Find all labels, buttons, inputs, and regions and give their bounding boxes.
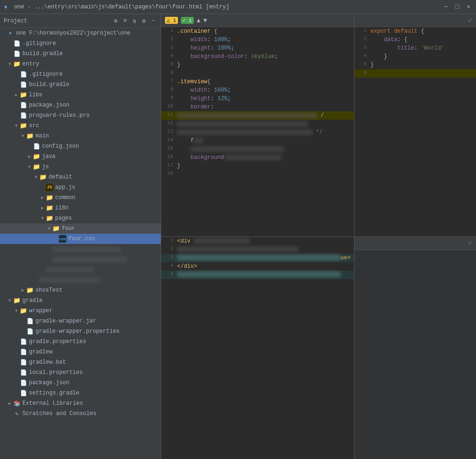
tree-item-buildgradle2[interactable]: 📄build.gradle: [0, 79, 161, 90]
tree-item-gradlewrapper_props[interactable]: 📄gradle-wrapper.properties: [0, 326, 161, 337]
ok-badge: ✓ 1: [181, 17, 194, 24]
tree-item-fourcss[interactable]: CSSfour.css: [0, 234, 161, 244]
tree-item-common[interactable]: ▶📁common: [0, 193, 161, 203]
file-icon-buildgradle1: 📄: [13, 50, 21, 57]
tree-item-gradlewrapper_jar[interactable]: 📄gradle-wrapper.jar: [0, 316, 161, 326]
code-line: 2 width: 100%;: [161, 36, 354, 44]
tree-item-four[interactable]: ▼📁four: [0, 223, 161, 234]
tree-label-gradle: gradle: [22, 297, 43, 304]
html-right-pane[interactable]: ✓: [355, 237, 476, 459]
main-layout: Project ⊕ ≡ ⇅ ⚙ − ♦one F:\hormonyos2022\…: [0, 14, 476, 459]
tree-item-js[interactable]: ▼📁js: [0, 162, 161, 172]
file-icon-gradlewrapper_props: 📄: [26, 328, 34, 335]
sidebar-title: Project: [4, 18, 109, 24]
tree-item-libs[interactable]: ▶📁libs: [0, 90, 161, 100]
tree-item-pages[interactable]: ▼📁pages: [0, 213, 161, 223]
tree-item-package_json2[interactable]: 📄package.json: [0, 378, 161, 388]
code-line: 3 title: 'World': [355, 44, 476, 52]
tree-item-local_props[interactable]: 📄local.properties: [0, 367, 161, 378]
settings-icon[interactable]: ⚙: [140, 17, 148, 25]
tree-item-proguard[interactable]: 📄proguard-rules.pro: [0, 110, 161, 121]
new-file-icon[interactable]: ⊕: [112, 17, 120, 25]
js-editor-header: ✓: [355, 14, 476, 27]
tree-label-src: src: [29, 122, 39, 129]
tree-item-external_libs[interactable]: ▶📚External Libraries: [0, 398, 161, 409]
code-line: 5 }: [161, 61, 354, 69]
title-bar: ♦ one - ...\entry\src\main\js\default\pa…: [0, 0, 476, 14]
tree-item-configjson[interactable]: 📄config.json: [0, 141, 161, 151]
tree-item-entry[interactable]: ▼📁entry: [0, 59, 161, 69]
tree-label-gradlew: gradlew: [29, 349, 52, 355]
file-icon-default: 📁: [39, 173, 47, 181]
collapse-all-icon[interactable]: ⇅: [131, 17, 138, 25]
tree-label-root: one F:\hormonyos2022\jsproject\one: [16, 30, 130, 36]
file-icon-src: 📁: [20, 122, 27, 129]
tree-label-i18n: i18n: [55, 205, 69, 211]
tree-item-ohosTest[interactable]: ▶📁ohosTest: [0, 285, 161, 295]
code-line: 5 }: [355, 61, 476, 69]
file-icon-package_json2: 📄: [20, 379, 27, 387]
html-left-pane[interactable]: 1 <div 2 3 ue>: [161, 237, 355, 459]
tree-item-gradlew_bat[interactable]: 📄gradlew.bat: [0, 357, 161, 367]
code-line: 3 ue>: [161, 254, 354, 262]
tree-item-appjs[interactable]: JSapp.js: [0, 182, 161, 193]
tree-label-wrapper: wrapper: [29, 308, 52, 314]
js-pane: ✓ 1 export default { 2 data: {: [355, 14, 476, 237]
code-line: 13 */: [161, 128, 354, 136]
editor-main: △ 1 ✓ 1 ▲ ▼ 1 .container {: [161, 14, 476, 459]
file-icon-gradle_props: 📄: [20, 338, 27, 345]
tree-item-settings_gradle[interactable]: 📄settings.gradle: [0, 388, 161, 398]
code-line: 2 data: {: [355, 36, 476, 44]
tree-item-i18n[interactable]: ▶📁i18n: [0, 203, 161, 213]
tree-label-main: main: [36, 133, 49, 139]
title-bar-controls: − □ ×: [442, 3, 472, 11]
expand-all-icon[interactable]: ≡: [121, 17, 129, 25]
code-line: 4 </div>: [161, 262, 354, 271]
tree-item-gradle[interactable]: ▼📁gradle: [0, 295, 161, 306]
tree-item-gradlew[interactable]: 📄gradlew: [0, 347, 161, 357]
app-icon: ♦: [4, 3, 11, 11]
css-code-area[interactable]: 1 .container { 2 width: 100%; 3: [161, 27, 354, 237]
code-line: 1 .container {: [161, 27, 354, 36]
js-code-area[interactable]: 1 export default { 2 data: { 3 title: 'W…: [355, 27, 476, 237]
tree-item-gitignore2[interactable]: 📄.gitignore: [0, 69, 161, 79]
tree-item-java[interactable]: ▶📁java: [0, 151, 161, 162]
tree-item-slot2[interactable]: [0, 254, 161, 265]
nav-down-button[interactable]: ▼: [203, 17, 207, 24]
tree-item-gradle_props[interactable]: 📄gradle.properties: [0, 337, 161, 347]
tree-label-js: js: [42, 164, 49, 170]
tree-item-slot4[interactable]: [0, 275, 161, 285]
tree-item-slot1[interactable]: [0, 244, 161, 254]
tree-label-fourcss: four.css: [68, 236, 95, 242]
tree-item-packagejson1[interactable]: 📄package.json: [0, 100, 161, 110]
tree-item-slot3[interactable]: [0, 265, 161, 275]
file-icon-scratches: ✎: [13, 410, 21, 417]
maximize-button[interactable]: □: [454, 3, 461, 11]
tree-label-appjs: app.js: [55, 184, 75, 191]
close-button[interactable]: ×: [465, 3, 472, 11]
tree-label-pages: pages: [55, 215, 72, 222]
tree-label-gradlewrapper_jar: gradle-wrapper.jar: [36, 318, 96, 324]
tree-label-gradlew_bat: gradlew.bat: [29, 359, 66, 366]
tree-item-root[interactable]: ♦one F:\hormonyos2022\jsproject\one: [0, 28, 161, 38]
close-panel-icon[interactable]: −: [149, 17, 157, 25]
minimize-button[interactable]: −: [442, 3, 450, 11]
nav-up-button[interactable]: ▲: [197, 17, 200, 24]
tree-label-default: default: [49, 174, 72, 180]
tree-item-main[interactable]: ▼📁main: [0, 131, 161, 141]
sidebar: Project ⊕ ≡ ⇅ ⚙ − ♦one F:\hormonyos2022\…: [0, 14, 161, 459]
tree-item-default[interactable]: ▼📁default: [0, 172, 161, 182]
code-line: 12: [161, 120, 354, 128]
tree-item-wrapper[interactable]: ▼📁wrapper: [0, 306, 161, 316]
tree-item-src[interactable]: ▼📁src: [0, 121, 161, 131]
tree-item-scratches[interactable]: ✎Scratches and Consoles: [0, 409, 161, 419]
file-icon-gradle: 📁: [13, 297, 21, 304]
code-line: 6: [355, 69, 476, 78]
file-icon-common: 📁: [46, 194, 53, 201]
tree-label-external_libs: External Libraries: [22, 400, 83, 407]
tree-item-gitignore1[interactable]: 📄.gitignore: [0, 38, 161, 49]
code-line: 3 height: 100%;: [161, 44, 354, 52]
file-icon-configjson: 📄: [33, 143, 40, 150]
tree-item-buildgradle1[interactable]: 📄build.gradle: [0, 49, 161, 59]
file-tree[interactable]: ♦one F:\hormonyos2022\jsproject\one📄.git…: [0, 28, 161, 459]
